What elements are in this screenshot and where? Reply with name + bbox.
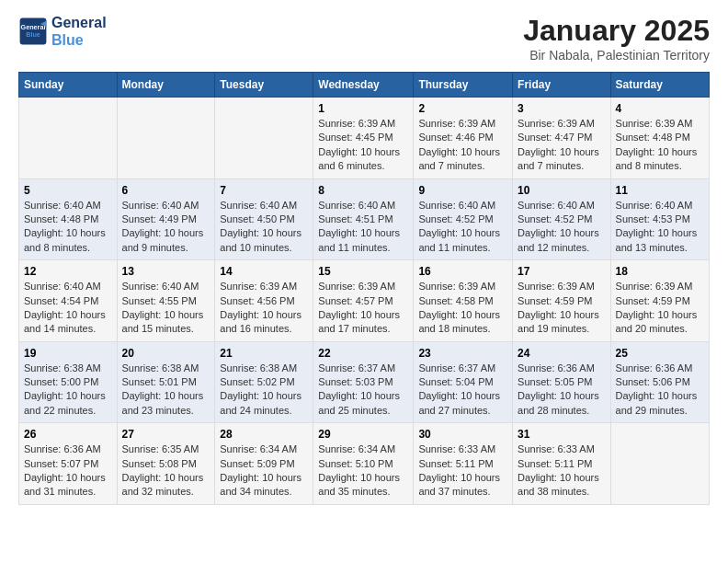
day-number: 28 xyxy=(220,428,308,441)
title-block: January 2025 Bir Nabala, Palestinian Ter… xyxy=(523,14,710,63)
weekday-header-thursday: Thursday xyxy=(414,73,513,98)
day-info: Sunrise: 6:39 AM Sunset: 4:45 PM Dayligh… xyxy=(318,117,408,174)
day-info: Sunrise: 6:38 AM Sunset: 5:01 PM Dayligh… xyxy=(122,362,210,419)
calendar-cell: 12Sunrise: 6:40 AM Sunset: 4:54 PM Dayli… xyxy=(19,260,118,342)
weekday-header-friday: Friday xyxy=(513,73,610,98)
calendar-cell: 7Sunrise: 6:40 AM Sunset: 4:50 PM Daylig… xyxy=(215,178,313,260)
day-info: Sunrise: 6:40 AM Sunset: 4:52 PM Dayligh… xyxy=(418,199,507,256)
calendar-cell: 20Sunrise: 6:38 AM Sunset: 5:01 PM Dayli… xyxy=(117,341,215,423)
calendar-cell: 6Sunrise: 6:40 AM Sunset: 4:49 PM Daylig… xyxy=(117,178,215,260)
day-number: 17 xyxy=(518,265,605,278)
calendar-week-1: 1Sunrise: 6:39 AM Sunset: 4:45 PM Daylig… xyxy=(19,98,710,179)
day-info: Sunrise: 6:40 AM Sunset: 4:49 PM Dayligh… xyxy=(122,199,210,256)
day-info: Sunrise: 6:40 AM Sunset: 4:54 PM Dayligh… xyxy=(24,280,112,337)
day-number: 7 xyxy=(220,184,308,197)
day-info: Sunrise: 6:38 AM Sunset: 5:00 PM Dayligh… xyxy=(24,362,112,419)
calendar-cell: 2Sunrise: 6:39 AM Sunset: 4:46 PM Daylig… xyxy=(414,98,513,179)
day-number: 24 xyxy=(518,347,605,360)
day-info: Sunrise: 6:38 AM Sunset: 5:02 PM Dayligh… xyxy=(220,362,308,419)
day-number: 31 xyxy=(518,428,605,441)
weekday-header-row: SundayMondayTuesdayWednesdayThursdayFrid… xyxy=(19,73,710,98)
logo-icon: General Blue xyxy=(18,17,48,46)
day-number: 22 xyxy=(318,347,408,360)
day-info: Sunrise: 6:40 AM Sunset: 4:55 PM Dayligh… xyxy=(122,280,210,337)
calendar-cell: 29Sunrise: 6:34 AM Sunset: 5:10 PM Dayli… xyxy=(313,423,414,505)
day-number: 23 xyxy=(418,347,507,360)
calendar-cell: 24Sunrise: 6:36 AM Sunset: 5:05 PM Dayli… xyxy=(513,341,610,423)
calendar-week-3: 12Sunrise: 6:40 AM Sunset: 4:54 PM Dayli… xyxy=(19,260,710,342)
day-number: 1 xyxy=(318,102,408,115)
day-info: Sunrise: 6:33 AM Sunset: 5:11 PM Dayligh… xyxy=(418,442,507,500)
calendar-cell: 1Sunrise: 6:39 AM Sunset: 4:45 PM Daylig… xyxy=(313,98,414,179)
calendar-cell: 10Sunrise: 6:40 AM Sunset: 4:52 PM Dayli… xyxy=(513,178,610,260)
day-number: 8 xyxy=(318,184,408,197)
calendar-cell: 5Sunrise: 6:40 AM Sunset: 4:48 PM Daylig… xyxy=(19,178,118,260)
weekday-header-sunday: Sunday xyxy=(19,73,118,98)
day-number: 29 xyxy=(318,428,408,441)
weekday-header-monday: Monday xyxy=(117,73,215,98)
calendar-cell: 18Sunrise: 6:39 AM Sunset: 4:59 PM Dayli… xyxy=(610,260,709,342)
calendar-cell: 27Sunrise: 6:35 AM Sunset: 5:08 PM Dayli… xyxy=(117,423,215,505)
logo-blue: Blue xyxy=(51,31,107,49)
day-number: 11 xyxy=(616,184,704,197)
calendar-table: SundayMondayTuesdayWednesdayThursdayFrid… xyxy=(18,72,710,505)
day-number: 20 xyxy=(122,347,210,360)
calendar-cell: 16Sunrise: 6:39 AM Sunset: 4:58 PM Dayli… xyxy=(414,260,513,342)
calendar-week-4: 19Sunrise: 6:38 AM Sunset: 5:00 PM Dayli… xyxy=(19,341,710,423)
page-header: General Blue General Blue January 2025 B… xyxy=(18,14,710,63)
day-info: Sunrise: 6:37 AM Sunset: 5:04 PM Dayligh… xyxy=(418,362,507,419)
day-number: 2 xyxy=(418,102,507,115)
calendar-cell: 23Sunrise: 6:37 AM Sunset: 5:04 PM Dayli… xyxy=(414,341,513,423)
day-info: Sunrise: 6:33 AM Sunset: 5:11 PM Dayligh… xyxy=(518,442,605,500)
day-info: Sunrise: 6:37 AM Sunset: 5:03 PM Dayligh… xyxy=(318,362,408,419)
day-number: 5 xyxy=(24,184,112,197)
day-info: Sunrise: 6:39 AM Sunset: 4:58 PM Dayligh… xyxy=(418,280,507,337)
calendar-cell: 31Sunrise: 6:33 AM Sunset: 5:11 PM Dayli… xyxy=(513,423,610,505)
calendar-cell: 14Sunrise: 6:39 AM Sunset: 4:56 PM Dayli… xyxy=(215,260,313,342)
calendar-cell: 17Sunrise: 6:39 AM Sunset: 4:59 PM Dayli… xyxy=(513,260,610,342)
day-number: 3 xyxy=(518,102,605,115)
day-number: 12 xyxy=(24,265,112,278)
day-info: Sunrise: 6:40 AM Sunset: 4:52 PM Dayligh… xyxy=(518,199,605,256)
day-info: Sunrise: 6:39 AM Sunset: 4:48 PM Dayligh… xyxy=(616,117,704,174)
day-info: Sunrise: 6:40 AM Sunset: 4:48 PM Dayligh… xyxy=(24,199,112,256)
day-number: 27 xyxy=(122,428,210,441)
day-number: 13 xyxy=(122,265,210,278)
calendar-cell: 13Sunrise: 6:40 AM Sunset: 4:55 PM Dayli… xyxy=(117,260,215,342)
weekday-header-wednesday: Wednesday xyxy=(313,73,414,98)
day-number: 14 xyxy=(220,265,308,278)
page-subtitle: Bir Nabala, Palestinian Territory xyxy=(523,48,710,63)
calendar-cell: 22Sunrise: 6:37 AM Sunset: 5:03 PM Dayli… xyxy=(313,341,414,423)
day-number: 10 xyxy=(518,184,605,197)
calendar-week-2: 5Sunrise: 6:40 AM Sunset: 4:48 PM Daylig… xyxy=(19,178,710,260)
day-info: Sunrise: 6:36 AM Sunset: 5:06 PM Dayligh… xyxy=(616,362,704,419)
day-info: Sunrise: 6:40 AM Sunset: 4:51 PM Dayligh… xyxy=(318,199,408,256)
calendar-cell: 15Sunrise: 6:39 AM Sunset: 4:57 PM Dayli… xyxy=(313,260,414,342)
day-number: 9 xyxy=(418,184,507,197)
calendar-cell: 26Sunrise: 6:36 AM Sunset: 5:07 PM Dayli… xyxy=(19,423,118,505)
calendar-cell: 3Sunrise: 6:39 AM Sunset: 4:47 PM Daylig… xyxy=(513,98,610,179)
logo-general: General xyxy=(51,14,107,31)
day-info: Sunrise: 6:34 AM Sunset: 5:10 PM Dayligh… xyxy=(318,442,408,500)
day-info: Sunrise: 6:35 AM Sunset: 5:08 PM Dayligh… xyxy=(122,442,210,500)
day-number: 26 xyxy=(24,428,112,441)
day-number: 6 xyxy=(122,184,210,197)
day-info: Sunrise: 6:36 AM Sunset: 5:07 PM Dayligh… xyxy=(24,442,112,500)
day-info: Sunrise: 6:39 AM Sunset: 4:46 PM Dayligh… xyxy=(418,117,507,174)
day-info: Sunrise: 6:39 AM Sunset: 4:56 PM Dayligh… xyxy=(220,280,308,337)
weekday-header-saturday: Saturday xyxy=(610,73,709,98)
day-info: Sunrise: 6:39 AM Sunset: 4:47 PM Dayligh… xyxy=(518,117,605,174)
calendar-cell: 28Sunrise: 6:34 AM Sunset: 5:09 PM Dayli… xyxy=(215,423,313,505)
calendar-cell xyxy=(215,98,313,179)
calendar-cell: 8Sunrise: 6:40 AM Sunset: 4:51 PM Daylig… xyxy=(313,178,414,260)
calendar-cell xyxy=(19,98,118,179)
calendar-week-5: 26Sunrise: 6:36 AM Sunset: 5:07 PM Dayli… xyxy=(19,423,710,505)
logo: General Blue General Blue xyxy=(18,14,107,49)
calendar-cell xyxy=(117,98,215,179)
day-number: 16 xyxy=(418,265,507,278)
day-info: Sunrise: 6:34 AM Sunset: 5:09 PM Dayligh… xyxy=(220,442,308,500)
calendar-cell: 30Sunrise: 6:33 AM Sunset: 5:11 PM Dayli… xyxy=(414,423,513,505)
day-number: 4 xyxy=(616,102,704,115)
day-number: 18 xyxy=(616,265,704,278)
day-number: 25 xyxy=(616,347,704,360)
